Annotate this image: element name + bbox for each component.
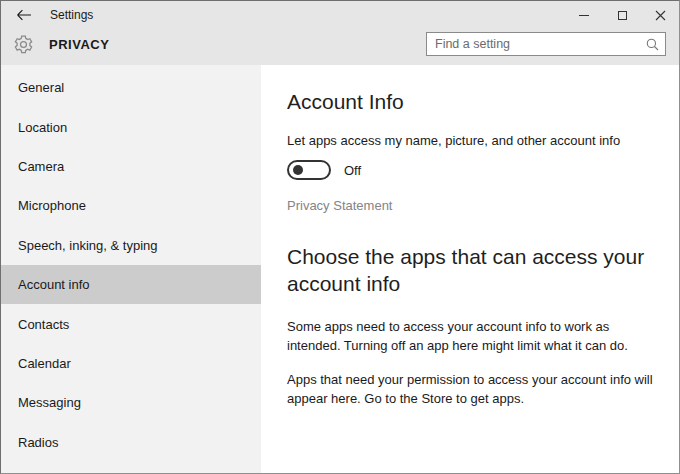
page-title: PRIVACY xyxy=(49,37,109,52)
toggle-description: Let apps access my name, picture, and ot… xyxy=(287,132,659,150)
sidebar-item-speech-inking-typing[interactable]: Speech, inking, & typing xyxy=(1,226,261,265)
sidebar-item-general[interactable]: General xyxy=(1,68,261,107)
maximize-button[interactable] xyxy=(603,1,641,29)
close-button[interactable] xyxy=(641,1,679,29)
gear-icon xyxy=(12,33,35,56)
maximize-icon xyxy=(618,11,627,20)
close-icon xyxy=(655,10,666,21)
section-paragraph-1: Some apps need to access your account in… xyxy=(287,318,659,355)
main-content: Account Info Let apps access my name, pi… xyxy=(261,65,679,473)
sidebar: General Location Camera Microphone Speec… xyxy=(1,65,261,473)
privacy-statement-link[interactable]: Privacy Statement xyxy=(287,198,393,213)
back-arrow-icon xyxy=(16,9,32,21)
sidebar-item-camera[interactable]: Camera xyxy=(1,147,261,186)
toggle-row: Off xyxy=(287,160,659,180)
search-icon xyxy=(646,38,659,51)
settings-window: Settings PRIVACY xyxy=(0,0,680,474)
sidebar-item-calendar[interactable]: Calendar xyxy=(1,344,261,383)
search-box[interactable] xyxy=(426,32,666,56)
caption-buttons xyxy=(565,1,679,29)
sidebar-item-messaging[interactable]: Messaging xyxy=(1,383,261,422)
minimize-button[interactable] xyxy=(565,1,603,29)
sidebar-item-account-info[interactable]: Account info xyxy=(1,265,261,304)
back-button[interactable] xyxy=(1,1,47,29)
app-body: General Location Camera Microphone Speec… xyxy=(1,65,679,473)
window-title: Settings xyxy=(50,8,93,22)
sidebar-item-location[interactable]: Location xyxy=(1,107,261,146)
title-bar: Settings xyxy=(1,1,679,29)
section-paragraph-2: Apps that need your permission to access… xyxy=(287,371,659,408)
minimize-icon xyxy=(579,15,589,16)
sidebar-item-radios[interactable]: Radios xyxy=(1,423,261,462)
account-info-toggle[interactable] xyxy=(287,160,331,180)
sidebar-item-contacts[interactable]: Contacts xyxy=(1,304,261,343)
app-header: PRIVACY xyxy=(1,29,679,65)
sidebar-item-microphone[interactable]: Microphone xyxy=(1,186,261,225)
toggle-knob xyxy=(293,165,303,175)
content-title: Account Info xyxy=(287,89,659,115)
toggle-state-label: Off xyxy=(344,163,361,178)
search-input[interactable] xyxy=(435,37,646,51)
section-title: Choose the apps that can access your acc… xyxy=(287,243,659,297)
